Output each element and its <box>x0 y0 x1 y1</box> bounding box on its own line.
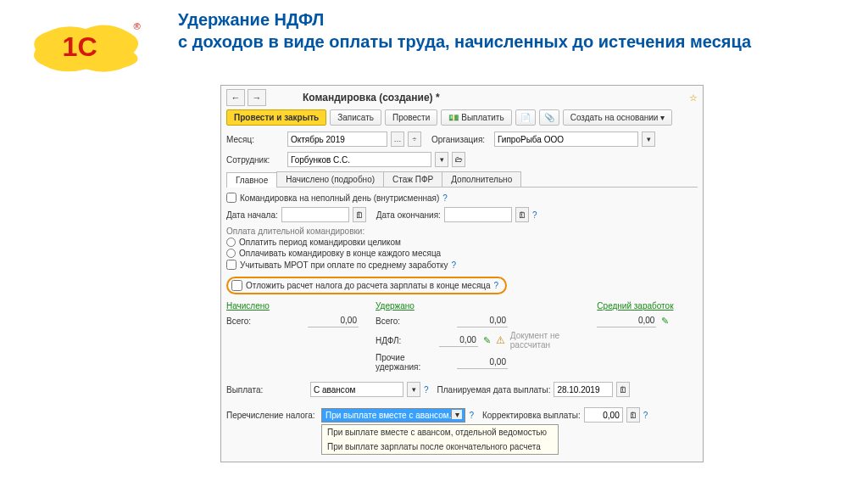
logo-1c: 1C ® <box>17 17 161 76</box>
month-input[interactable] <box>287 132 387 147</box>
post-and-close-button[interactable]: Провести и закрыть <box>226 109 326 126</box>
withheld-header[interactable]: Удержано <box>376 301 580 311</box>
tax-transfer-selected: При выплате вместе с авансом. <box>321 408 465 423</box>
pencil-icon[interactable]: ✎ <box>483 335 491 346</box>
defer-label: Отложить расчет налога до расчета зарпла… <box>246 281 491 290</box>
partday-checkbox[interactable] <box>226 193 236 203</box>
correction-input[interactable] <box>584 407 623 423</box>
date-from-label: Дата начала: <box>226 210 278 220</box>
warning-icon: ⚠ <box>496 334 505 346</box>
avg-column: Средний заработок 0,00✎ <box>597 301 707 375</box>
help-icon[interactable]: ? <box>424 385 429 395</box>
payout-label: Выплата: <box>226 385 307 395</box>
pencil-icon[interactable]: ✎ <box>661 316 669 327</box>
mrot-checkbox[interactable] <box>226 260 236 270</box>
tax-option-2[interactable]: При выплате зарплаты после окончательног… <box>322 439 558 454</box>
payout-input[interactable] <box>310 382 403 397</box>
withheld-total-value: 0,00 <box>457 314 508 327</box>
org-label: Организация: <box>431 135 491 144</box>
nav-forward-button[interactable]: → <box>248 89 266 106</box>
org-dropdown-button[interactable]: ▾ <box>642 132 655 147</box>
help-icon[interactable]: ? <box>452 260 457 270</box>
date-to-label: Дата окончания: <box>376 210 441 220</box>
help-icon[interactable]: ? <box>442 193 448 203</box>
other-withheld-label: Прочие удержания: <box>376 353 452 372</box>
long-trip-label: Оплата длительной командировки: <box>226 227 698 236</box>
month-pick-button[interactable]: … <box>391 132 404 147</box>
month-label: Месяц: <box>226 135 284 144</box>
avg-header[interactable]: Средний заработок <box>597 301 707 311</box>
org-input[interactable] <box>494 132 638 147</box>
slide-title: Удержание НДФЛ с доходов в виде оплаты т… <box>178 8 751 53</box>
accrued-total-value: 0,00 <box>308 314 359 327</box>
month-step-button[interactable]: ÷ <box>408 132 421 147</box>
pay-button[interactable]: 💵Выплатить <box>441 109 511 126</box>
date-to-input[interactable] <box>444 207 512 222</box>
nav-back-button[interactable]: ← <box>226 89 245 106</box>
favorite-icon[interactable]: ☆ <box>689 92 698 104</box>
report-button[interactable]: 📄 <box>515 109 536 126</box>
opt-monthly-radio[interactable] <box>226 249 236 258</box>
opt-whole-radio[interactable] <box>226 238 236 247</box>
defer-highlight: Отложить расчет налога до расчета зарпла… <box>226 277 507 294</box>
employee-label: Сотрудник: <box>226 155 284 165</box>
not-calculated-text: Документ не рассчитан <box>510 331 581 350</box>
tax-transfer-dropdown[interactable]: При выплате вместе с авансом. При выплат… <box>321 411 465 420</box>
help-icon[interactable]: ? <box>532 210 537 220</box>
date-from-calendar-button[interactable]: 🗓 <box>353 207 366 222</box>
tab-accrued[interactable]: Начислено (подробно) <box>276 171 384 187</box>
tab-pfr[interactable]: Стаж ПФР <box>383 171 442 187</box>
app-window: ← → Командировка (создание) * ☆ Провести… <box>220 85 704 462</box>
payout-dropdown-button[interactable]: ▾ <box>407 382 420 397</box>
attach-button[interactable]: 📎 <box>539 109 559 126</box>
employee-dropdown-button[interactable]: ▾ <box>435 152 448 167</box>
opt-whole-label: Оплатить период командировки целиком <box>239 238 401 247</box>
tab-extra[interactable]: Дополнительно <box>442 171 521 187</box>
accrued-header[interactable]: Начислено <box>226 301 359 311</box>
create-on-basis-button[interactable]: Создать на основании ▾ <box>563 109 673 126</box>
tax-transfer-label: Перечисление налога: <box>226 411 318 420</box>
mrot-label: Учитывать МРОТ при оплате по среднему за… <box>240 260 448 270</box>
tax-option-1[interactable]: При выплате вместе с авансом, отдельной … <box>322 425 558 439</box>
help-icon[interactable]: ? <box>494 281 499 290</box>
ndfl-value: 0,00 <box>439 333 478 347</box>
total-label: Всего: <box>226 316 303 326</box>
pay-icon: 💵 <box>448 113 459 122</box>
tax-transfer-options: При выплате вместе с авансом, отдельной … <box>321 424 559 455</box>
tab-main[interactable]: Главное <box>226 172 277 188</box>
avg-value: 0,00 <box>597 314 656 327</box>
chevron-down-icon: ▾ <box>660 113 665 122</box>
help-icon[interactable]: ? <box>643 411 648 420</box>
planned-date-input[interactable] <box>554 382 613 397</box>
employee-input[interactable] <box>287 152 431 167</box>
date-to-calendar-button[interactable]: 🗓 <box>515 207 529 222</box>
tab-bar: Главное Начислено (подробно) Стаж ПФР До… <box>226 171 698 188</box>
other-withheld-value: 0,00 <box>457 355 508 369</box>
save-button[interactable]: Записать <box>330 109 381 126</box>
date-from-input[interactable] <box>281 207 349 222</box>
opt-monthly-label: Оплачивать командировку в конце каждого … <box>239 249 441 258</box>
correction-calendar-button[interactable]: 🗓 <box>626 407 640 423</box>
withheld-column: Удержано Всего:0,00 НДФЛ:0,00✎⚠Документ … <box>376 301 580 375</box>
post-button[interactable]: Провести <box>385 109 437 126</box>
total-label: Всего: <box>376 316 452 326</box>
employee-open-button[interactable]: 🗁 <box>452 152 465 167</box>
svg-text:1C: 1C <box>63 31 97 62</box>
partday-label: Командировка на неполный день (внутрисме… <box>240 193 439 203</box>
planned-date-label: Планируемая дата выплаты: <box>437 385 551 395</box>
window-title: Командировка (создание) * <box>303 92 440 104</box>
help-icon[interactable]: ? <box>469 411 474 420</box>
defer-checkbox[interactable] <box>231 280 242 291</box>
ndfl-label: НДФЛ: <box>376 336 434 345</box>
svg-text:®: ® <box>134 21 142 31</box>
correction-label: Корректировка выплаты: <box>482 411 581 420</box>
accrued-column: Начислено Всего:0,00 <box>226 301 359 375</box>
planned-date-calendar-button[interactable]: 🗓 <box>616 382 630 397</box>
